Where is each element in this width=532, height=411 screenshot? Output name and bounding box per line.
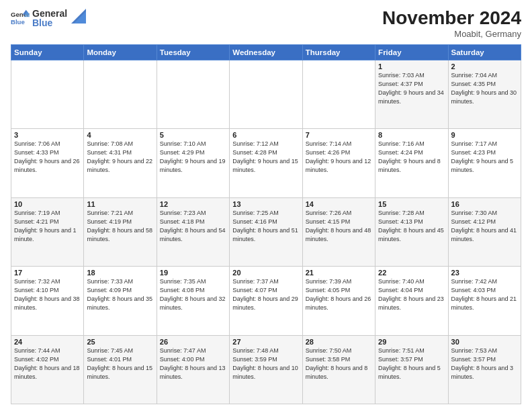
- day-number: 19: [160, 269, 226, 277]
- month-title: November 2024: [382, 8, 521, 29]
- day-number: 16: [451, 200, 518, 208]
- day-number: 6: [232, 131, 299, 139]
- weekday-header-tuesday: Tuesday: [157, 44, 229, 60]
- day-number: 14: [306, 200, 372, 208]
- day-info: Sunrise: 7:28 AM Sunset: 4:13 PM Dayligh…: [378, 209, 445, 244]
- cal-cell: 22Sunrise: 7:40 AM Sunset: 4:04 PM Dayli…: [375, 267, 448, 335]
- day-number: 24: [14, 338, 81, 346]
- day-number: 5: [160, 131, 226, 139]
- day-number: 2: [451, 62, 518, 71]
- day-info: Sunrise: 7:44 AM Sunset: 4:02 PM Dayligh…: [14, 347, 81, 381]
- svg-text:Blue: Blue: [11, 18, 25, 26]
- cal-cell: 10Sunrise: 7:19 AM Sunset: 4:21 PM Dayli…: [11, 197, 84, 266]
- cal-cell: [11, 60, 84, 128]
- location: Moabit, Germany: [382, 29, 521, 39]
- cal-cell: 28Sunrise: 7:50 AM Sunset: 3:58 PM Dayli…: [302, 335, 375, 404]
- day-number: 23: [451, 269, 518, 277]
- day-info: Sunrise: 7:19 AM Sunset: 4:21 PM Dayligh…: [14, 209, 81, 244]
- logo-icon: General Blue: [11, 9, 30, 28]
- day-info: Sunrise: 7:51 AM Sunset: 3:57 PM Dayligh…: [378, 347, 445, 381]
- day-info: Sunrise: 7:47 AM Sunset: 4:00 PM Dayligh…: [160, 347, 226, 381]
- week-row-5: 24Sunrise: 7:44 AM Sunset: 4:02 PM Dayli…: [11, 335, 521, 404]
- day-number: 3: [14, 131, 81, 139]
- cal-cell: [302, 60, 375, 128]
- cal-cell: 6Sunrise: 7:12 AM Sunset: 4:28 PM Daylig…: [230, 129, 302, 197]
- weekday-header-friday: Friday: [375, 44, 448, 60]
- cal-cell: 29Sunrise: 7:51 AM Sunset: 3:57 PM Dayli…: [375, 335, 448, 404]
- cal-cell: 11Sunrise: 7:21 AM Sunset: 4:19 PM Dayli…: [84, 197, 157, 266]
- day-number: 25: [87, 338, 153, 346]
- cal-cell: 27Sunrise: 7:48 AM Sunset: 3:59 PM Dayli…: [230, 335, 302, 404]
- day-number: 1: [378, 62, 445, 71]
- cal-cell: 5Sunrise: 7:10 AM Sunset: 4:29 PM Daylig…: [157, 129, 229, 197]
- title-block: November 2024 Moabit, Germany: [382, 8, 521, 39]
- day-info: Sunrise: 7:23 AM Sunset: 4:18 PM Dayligh…: [160, 209, 226, 244]
- day-number: 30: [451, 338, 518, 346]
- day-info: Sunrise: 7:12 AM Sunset: 4:28 PM Dayligh…: [232, 140, 299, 175]
- day-number: 17: [14, 269, 81, 277]
- day-number: 10: [14, 200, 81, 208]
- cal-cell: 12Sunrise: 7:23 AM Sunset: 4:18 PM Dayli…: [157, 197, 229, 266]
- cal-cell: 21Sunrise: 7:39 AM Sunset: 4:05 PM Dayli…: [302, 267, 375, 335]
- cal-cell: 1Sunrise: 7:03 AM Sunset: 4:37 PM Daylig…: [375, 60, 448, 128]
- cal-cell: 17Sunrise: 7:32 AM Sunset: 4:10 PM Dayli…: [11, 267, 84, 335]
- day-number: 27: [232, 338, 299, 346]
- day-number: 18: [87, 269, 153, 277]
- day-info: Sunrise: 7:16 AM Sunset: 4:24 PM Dayligh…: [378, 140, 445, 175]
- day-number: 20: [232, 269, 299, 277]
- day-number: 4: [87, 131, 153, 139]
- day-number: 28: [306, 338, 372, 346]
- weekday-header-sunday: Sunday: [11, 44, 84, 60]
- logo-blue: Blue: [32, 17, 67, 28]
- weekday-header-monday: Monday: [84, 44, 157, 60]
- week-row-2: 3Sunrise: 7:06 AM Sunset: 4:33 PM Daylig…: [11, 129, 521, 197]
- day-number: 21: [306, 269, 372, 277]
- calendar: SundayMondayTuesdayWednesdayThursdayFrid…: [11, 44, 521, 404]
- day-info: Sunrise: 7:45 AM Sunset: 4:01 PM Dayligh…: [87, 347, 153, 381]
- day-number: 26: [160, 338, 226, 346]
- cal-cell: 20Sunrise: 7:37 AM Sunset: 4:07 PM Dayli…: [230, 267, 302, 335]
- calendar-table: SundayMondayTuesdayWednesdayThursdayFrid…: [11, 44, 521, 404]
- cal-cell: 15Sunrise: 7:28 AM Sunset: 4:13 PM Dayli…: [375, 197, 448, 266]
- logo: General Blue General Blue: [11, 8, 86, 28]
- day-info: Sunrise: 7:08 AM Sunset: 4:31 PM Dayligh…: [87, 140, 153, 175]
- weekday-header-saturday: Saturday: [448, 44, 521, 60]
- weekday-header-wednesday: Wednesday: [230, 44, 302, 60]
- day-number: 12: [160, 200, 226, 208]
- cal-cell: 8Sunrise: 7:16 AM Sunset: 4:24 PM Daylig…: [375, 129, 448, 197]
- day-info: Sunrise: 7:39 AM Sunset: 4:05 PM Dayligh…: [306, 277, 372, 312]
- cal-cell: 14Sunrise: 7:26 AM Sunset: 4:15 PM Dayli…: [302, 197, 375, 266]
- cal-cell: 7Sunrise: 7:14 AM Sunset: 4:26 PM Daylig…: [302, 129, 375, 197]
- day-number: 13: [232, 200, 299, 208]
- cal-cell: 26Sunrise: 7:47 AM Sunset: 4:00 PM Dayli…: [157, 335, 229, 404]
- day-info: Sunrise: 7:17 AM Sunset: 4:23 PM Dayligh…: [451, 140, 518, 175]
- day-info: Sunrise: 7:14 AM Sunset: 4:26 PM Dayligh…: [306, 140, 372, 175]
- weekday-header-thursday: Thursday: [302, 44, 375, 60]
- day-number: 22: [378, 269, 445, 277]
- day-number: 7: [306, 131, 372, 139]
- day-info: Sunrise: 7:04 AM Sunset: 4:35 PM Dayligh…: [451, 71, 518, 106]
- cal-cell: 23Sunrise: 7:42 AM Sunset: 4:03 PM Dayli…: [448, 267, 521, 335]
- day-info: Sunrise: 7:48 AM Sunset: 3:59 PM Dayligh…: [232, 347, 299, 381]
- day-info: Sunrise: 7:26 AM Sunset: 4:15 PM Dayligh…: [306, 209, 372, 244]
- day-info: Sunrise: 7:06 AM Sunset: 4:33 PM Dayligh…: [14, 140, 81, 175]
- weekday-header-row: SundayMondayTuesdayWednesdayThursdayFrid…: [11, 44, 521, 60]
- cal-cell: 4Sunrise: 7:08 AM Sunset: 4:31 PM Daylig…: [84, 129, 157, 197]
- cal-cell: 16Sunrise: 7:30 AM Sunset: 4:12 PM Dayli…: [448, 197, 521, 266]
- day-info: Sunrise: 7:03 AM Sunset: 4:37 PM Dayligh…: [378, 71, 445, 106]
- day-number: 15: [378, 200, 445, 208]
- cal-cell: 25Sunrise: 7:45 AM Sunset: 4:01 PM Dayli…: [84, 335, 157, 404]
- logo-triangle-icon: [71, 9, 86, 24]
- day-info: Sunrise: 7:50 AM Sunset: 3:58 PM Dayligh…: [306, 347, 372, 381]
- day-number: 11: [87, 200, 153, 208]
- cal-cell: 13Sunrise: 7:25 AM Sunset: 4:16 PM Dayli…: [230, 197, 302, 266]
- cal-cell: 19Sunrise: 7:35 AM Sunset: 4:08 PM Dayli…: [157, 267, 229, 335]
- day-info: Sunrise: 7:35 AM Sunset: 4:08 PM Dayligh…: [160, 277, 226, 312]
- cal-cell: 30Sunrise: 7:53 AM Sunset: 3:57 PM Dayli…: [448, 335, 521, 404]
- header: General Blue General Blue November 2024 …: [11, 8, 521, 39]
- day-number: 9: [451, 131, 518, 139]
- week-row-4: 17Sunrise: 7:32 AM Sunset: 4:10 PM Dayli…: [11, 267, 521, 335]
- day-info: Sunrise: 7:10 AM Sunset: 4:29 PM Dayligh…: [160, 140, 226, 175]
- cal-cell: 2Sunrise: 7:04 AM Sunset: 4:35 PM Daylig…: [448, 60, 521, 128]
- cal-cell: 24Sunrise: 7:44 AM Sunset: 4:02 PM Dayli…: [11, 335, 84, 404]
